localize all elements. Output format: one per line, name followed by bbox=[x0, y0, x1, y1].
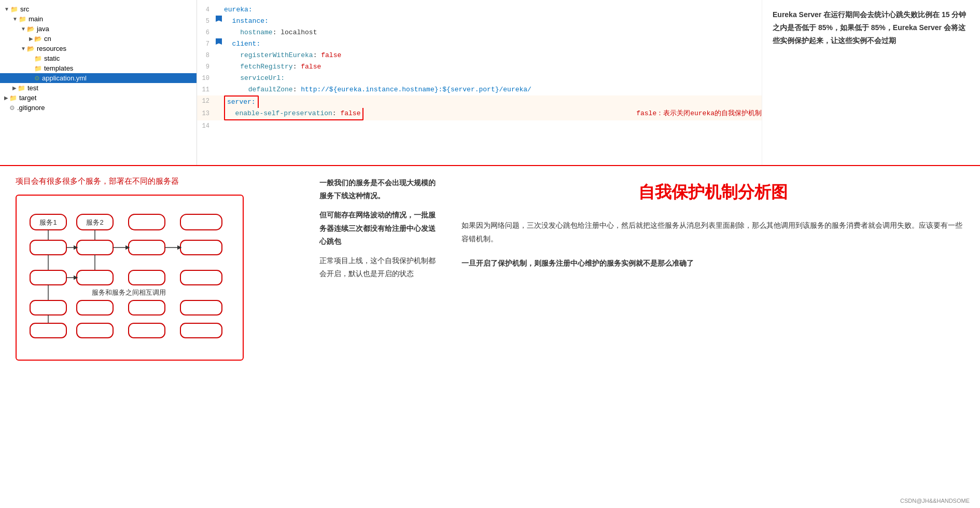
tree-item-test[interactable]: ▶ 📁 test bbox=[0, 83, 197, 93]
tree-item-static[interactable]: ▶ 📁 static bbox=[0, 53, 197, 63]
tree-label: templates bbox=[44, 64, 73, 72]
svg-rect-10 bbox=[129, 240, 165, 255]
line-number: 13 bbox=[197, 108, 214, 119]
folder-icon: 📁 bbox=[34, 55, 42, 62]
line-marker bbox=[214, 16, 224, 22]
arrow-icon: ▼ bbox=[21, 46, 26, 51]
tree-item-src[interactable]: ▼ 📁 src bbox=[0, 4, 197, 14]
arrow-icon: ▼ bbox=[12, 16, 18, 22]
folder-blue-icon: 📂 bbox=[27, 25, 35, 33]
middle-text-bold-2: 但可能存在网络波动的情况，一批服务器连续三次都没有给注册中心发送心跳包 bbox=[319, 209, 438, 248]
svg-rect-24 bbox=[30, 300, 66, 315]
svg-rect-18 bbox=[77, 270, 113, 285]
svg-rect-20 bbox=[180, 270, 222, 285]
folder-icon: 📁 bbox=[18, 85, 25, 92]
tree-item-gitignore[interactable]: ▶ ⚙ .gitignore bbox=[0, 103, 197, 113]
code-line-11: 11 defaultZone: http://${eureka.instance… bbox=[197, 84, 762, 95]
tree-item-templates[interactable]: ▶ 📁 templates bbox=[0, 63, 197, 73]
arrow-icon: ▶ bbox=[29, 36, 33, 42]
folder-icon: 📁 bbox=[9, 94, 17, 102]
svg-rect-27 bbox=[180, 300, 222, 315]
diagram-section: 项目会有很多很多个服务，部署在不同的服务器 服务1 服务2 bbox=[0, 166, 311, 508]
folder-icon: 📁 bbox=[10, 6, 18, 13]
svg-rect-30 bbox=[77, 323, 113, 338]
tree-label: application.yml bbox=[42, 74, 87, 82]
bookmark-icon bbox=[216, 16, 222, 22]
code-content: instance: bbox=[224, 16, 762, 27]
bookmark-icon bbox=[216, 38, 222, 45]
svg-rect-26 bbox=[129, 300, 165, 315]
tree-label: src bbox=[20, 5, 29, 13]
service-diagram: 服务1 服务2 bbox=[25, 204, 243, 349]
code-content: eureka: bbox=[224, 4, 762, 16]
line-number: 4 bbox=[197, 4, 214, 16]
line-number: 9 bbox=[197, 61, 214, 73]
code-line-12: 12 server: bbox=[197, 95, 762, 108]
svg-rect-19 bbox=[129, 270, 165, 285]
code-content: client: bbox=[224, 38, 762, 50]
line-number: 12 bbox=[197, 95, 214, 107]
code-content: defaultZone: http://${eureka.instance.ho… bbox=[224, 84, 762, 95]
tree-label: resources bbox=[37, 45, 66, 52]
tree-item-application-yml[interactable]: ▶ ⚙ application.yml bbox=[0, 73, 197, 83]
svg-rect-29 bbox=[30, 323, 66, 338]
arrow-icon: ▼ bbox=[21, 26, 26, 32]
tree-label: cn bbox=[44, 35, 51, 43]
tree-item-java[interactable]: ▼ 📂 java bbox=[0, 24, 197, 34]
code-content: fetchRegistry: false bbox=[224, 61, 762, 73]
code-content: enable-self-preservation: false bbox=[224, 108, 626, 120]
code-content: server: bbox=[224, 95, 762, 108]
tree-label: .gitignore bbox=[17, 104, 45, 112]
code-content: hostname: localhost bbox=[224, 27, 762, 38]
yml-icon: ⚙ bbox=[34, 75, 40, 82]
git-icon: ⚙ bbox=[9, 104, 15, 112]
code-content: serviceUrl: bbox=[224, 73, 762, 84]
code-line-5: 5 instance: bbox=[197, 16, 762, 27]
line-number: 6 bbox=[197, 27, 214, 38]
svg-rect-4 bbox=[129, 214, 165, 230]
code-content: registerWithEureka: false bbox=[224, 50, 762, 61]
code-line-14: 14 bbox=[197, 120, 762, 132]
tree-item-main[interactable]: ▼ 📁 main bbox=[0, 14, 197, 24]
tree-item-target[interactable]: ▶ 📁 target bbox=[0, 93, 197, 103]
bottom-section: 项目会有很多很多个服务，部署在不同的服务器 服务1 服务2 bbox=[0, 166, 980, 508]
svg-rect-32 bbox=[180, 323, 222, 338]
svg-text:服务2: 服务2 bbox=[86, 218, 103, 226]
line-number: 14 bbox=[197, 120, 214, 132]
line-number: 10 bbox=[197, 73, 214, 84]
diagram-title: 项目会有很多很多个服务，部署在不同的服务器 bbox=[16, 176, 296, 186]
right-text-section: 自我保护机制分析图 如果因为网络问题，三次没发心跳包给注册中心，然后就把这些服务… bbox=[446, 166, 980, 508]
arrow-icon: ▶ bbox=[12, 85, 17, 91]
tree-item-resources[interactable]: ▼ 📂 resources bbox=[0, 44, 197, 53]
code-line-7: 7 client: bbox=[197, 38, 762, 50]
code-editor: 4 eureka: 5 instance: 6 hostname: localh… bbox=[197, 0, 762, 165]
middle-text-section: 一般我们的服务是不会出现大规模的服务下线这种情况。 但可能存在网络波动的情况，一… bbox=[311, 166, 446, 508]
right-paragraph-2: 一旦开启了保护机制，则服务注册中心维护的服务实例就不是那么准确了 bbox=[461, 256, 964, 270]
code-line-4: 4 eureka: bbox=[197, 4, 762, 16]
top-annotation-text: Eureka Server 在运行期间会去统计心跳失败比例在 15 分钟之内是否… bbox=[773, 8, 970, 48]
tree-label: test bbox=[27, 84, 38, 92]
code-line-13: 13 enable-self-preservation: false fasle… bbox=[197, 108, 762, 120]
svg-rect-9 bbox=[77, 240, 113, 255]
line-number: 7 bbox=[197, 38, 214, 50]
main-container: ▼ 📁 src ▼ 📁 main ▼ 📂 java ▶ 📂 cn bbox=[0, 0, 980, 508]
line-number: 5 bbox=[197, 16, 214, 27]
code-line-9: 9 fetchRegistry: false bbox=[197, 61, 762, 73]
top-section: ▼ 📁 src ▼ 📁 main ▼ 📂 java ▶ 📂 cn bbox=[0, 0, 980, 166]
tree-item-cn[interactable]: ▶ 📂 cn bbox=[0, 34, 197, 44]
diagram-border: 服务1 服务2 bbox=[16, 195, 244, 361]
right-title: 自我保护机制分析图 bbox=[461, 176, 964, 208]
svg-rect-5 bbox=[180, 214, 222, 230]
svg-text:服务1: 服务1 bbox=[39, 218, 57, 226]
folder-blue-icon: 📂 bbox=[34, 35, 42, 43]
folder-icon: 📁 bbox=[19, 16, 26, 23]
tree-label: static bbox=[44, 54, 60, 62]
line-number: 8 bbox=[197, 50, 214, 61]
arrow-icon: ▶ bbox=[4, 95, 8, 101]
code-line-10: 10 serviceUrl: bbox=[197, 73, 762, 84]
code-line-8: 8 registerWithEureka: false bbox=[197, 50, 762, 61]
svg-rect-11 bbox=[180, 240, 222, 255]
code-line-6: 6 hostname: localhost bbox=[197, 27, 762, 38]
watermark-text: CSDN@JH&&HANDSOME bbox=[900, 498, 970, 504]
svg-text:服务和服务之间相互调用: 服务和服务之间相互调用 bbox=[92, 289, 166, 296]
